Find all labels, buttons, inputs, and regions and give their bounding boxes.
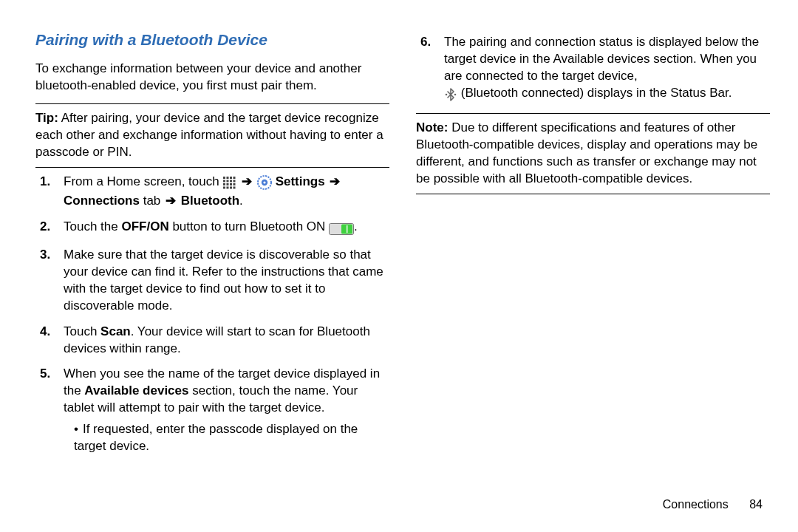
- svg-rect-4: [223, 180, 225, 183]
- bluetooth-connected-icon: [444, 87, 457, 104]
- footer-page-number: 84: [749, 498, 763, 511]
- divider: [416, 113, 770, 114]
- step-3: Make sure that the target device is disc…: [35, 247, 389, 315]
- steps-list-right: The pairing and connection status is dis…: [416, 34, 770, 104]
- step6-l2: (Bluetooth connected) displays in the St…: [461, 86, 732, 100]
- step-6: The pairing and connection status is dis…: [416, 34, 770, 104]
- svg-rect-5: [227, 180, 229, 183]
- svg-rect-21: [347, 225, 347, 233]
- left-column: Pairing with a Bluetooth Device To excha…: [35, 30, 389, 464]
- note-text: Due to different specifications and feat…: [416, 120, 757, 185]
- page-footer: Connections 84: [663, 497, 763, 513]
- divider: [416, 194, 770, 194]
- svg-rect-2: [230, 177, 232, 179]
- step-2: Touch the OFF/ON button to turn Bluetoot…: [35, 219, 389, 238]
- right-column: The pairing and connection status is dis…: [416, 30, 770, 464]
- svg-rect-13: [227, 187, 229, 189]
- toggle-on-icon: [329, 221, 354, 238]
- svg-rect-6: [230, 180, 232, 183]
- note-label: Note:: [416, 120, 448, 134]
- step2-period: .: [354, 219, 358, 233]
- tip-label: Tip:: [35, 111, 58, 125]
- step2-pre: Touch the: [64, 219, 121, 233]
- svg-rect-11: [233, 183, 236, 185]
- step5-avail: Available devices: [84, 383, 188, 398]
- svg-rect-12: [223, 187, 225, 189]
- arrow-icon: ➔: [240, 174, 253, 191]
- step1-bluetooth: Bluetooth: [181, 194, 239, 208]
- step1-pre: From a Home screen, touch: [64, 174, 222, 188]
- svg-point-22: [446, 94, 448, 96]
- arrow-icon: ➔: [164, 193, 177, 210]
- steps-list: From a Home screen, touch ➔: [35, 174, 389, 455]
- step1-connections: Connections: [64, 194, 140, 208]
- svg-rect-0: [223, 177, 225, 179]
- step4-scan: Scan: [100, 324, 131, 338]
- footer-section: Connections: [663, 498, 729, 511]
- svg-rect-7: [233, 180, 236, 183]
- step6-l1: The pairing and connection status is dis…: [444, 35, 759, 83]
- tip-block: Tip: After pairing, your device and the …: [35, 110, 389, 161]
- svg-rect-3: [233, 177, 236, 179]
- step5-sub: If requested, enter the passcode display…: [64, 421, 389, 455]
- section-title: Pairing with a Bluetooth Device: [35, 30, 389, 50]
- svg-rect-10: [230, 183, 232, 185]
- arrow-icon: ➔: [328, 174, 341, 191]
- svg-point-23: [454, 94, 457, 96]
- svg-rect-8: [223, 183, 225, 185]
- step5-bullet: If requested, enter the passcode display…: [74, 421, 389, 455]
- tip-text: After pairing, your device and the targe…: [35, 111, 383, 159]
- step4-pre: Touch: [64, 324, 100, 338]
- divider: [35, 103, 389, 104]
- intro-paragraph: To exchange information between your dev…: [35, 61, 389, 95]
- svg-rect-15: [233, 187, 236, 189]
- svg-point-18: [263, 181, 265, 183]
- step-4: Touch Scan. Your device will start to sc…: [35, 324, 389, 358]
- step1-settings: Settings: [276, 174, 325, 188]
- svg-rect-1: [227, 177, 229, 179]
- settings-icon: [257, 175, 272, 193]
- step1-tabword: tab: [140, 194, 164, 208]
- svg-rect-14: [230, 187, 232, 189]
- step-5: When you see the name of the target devi…: [35, 366, 389, 455]
- divider: [35, 167, 389, 168]
- apps-icon: [222, 176, 236, 193]
- manual-page: Pairing with a Bluetooth Device To excha…: [0, 0, 798, 532]
- step2-mid: button to turn Bluetooth ON: [169, 219, 329, 233]
- note-block: Note: Due to different specifications an…: [416, 120, 770, 188]
- step-1: From a Home screen, touch ➔: [35, 174, 389, 210]
- svg-rect-9: [227, 183, 229, 185]
- step1-period: .: [239, 194, 243, 208]
- step2-offon: OFF/ON: [121, 219, 168, 233]
